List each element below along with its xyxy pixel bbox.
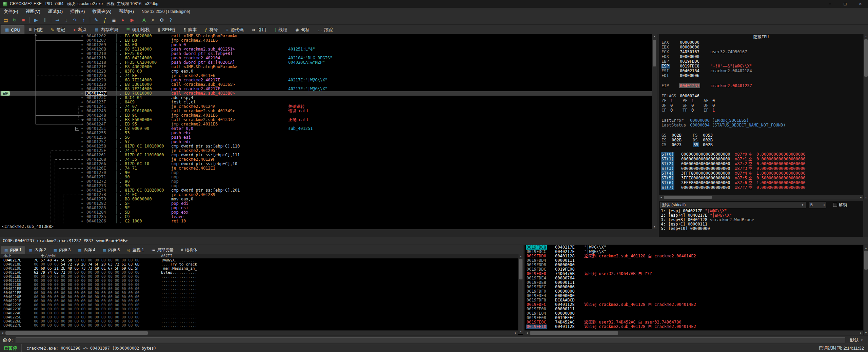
- tab-references[interactable]: ⇒引用: [248, 25, 270, 34]
- register-row-laststatus[interactable]: LastStatusC0000034 (STATUS_OBJECT_NAME_N…: [659, 123, 863, 128]
- step-out-icon[interactable]: ↑: [80, 16, 88, 24]
- lock-checkbox[interactable]: 解锁: [833, 202, 847, 208]
- disassembly-vertical-scrollbar[interactable]: ▲ ▼: [652, 34, 657, 229]
- step-into-icon[interactable]: ↓: [62, 16, 70, 24]
- tab-source[interactable]: ≡源代码: [222, 25, 248, 34]
- stack-row[interactable]: 0019FDD800000000: [525, 263, 863, 267]
- register-row-eflags[interactable]: EFLAGS00000246: [659, 94, 863, 98]
- tab-memory-map[interactable]: ▤内存布局: [91, 25, 122, 34]
- tab-threads[interactable]: ∥线程: [270, 25, 291, 34]
- stack-row[interactable]: 0019FDF000000000: [525, 289, 863, 294]
- argument-count-spinner[interactable]: 5 ▴ ▾: [809, 202, 826, 208]
- fpu-row[interactable]: ST(3)00000000000000000000x87r3空0.0000000…: [659, 166, 863, 171]
- register-row-ebp[interactable]: EBP0019FDDC: [659, 59, 863, 64]
- tab-log[interactable]: ≣日志: [24, 25, 47, 34]
- dump-tab-struct[interactable]: #结构体: [177, 246, 201, 254]
- stack-row[interactable]: 0019FE080019FEEC: [525, 316, 863, 320]
- stack-row[interactable]: 0019FDEC00000066: [525, 285, 863, 289]
- stack-row[interactable]: 0019FDE400080764: [525, 276, 863, 280]
- stack-row[interactable]: 0019FDDC0019FE08: [525, 267, 863, 272]
- scroll-left-icon[interactable]: ◀: [525, 331, 529, 335]
- segment-row[interactable]: GS002BFS0053: [659, 133, 863, 138]
- register-row-edx[interactable]: EDX00000000: [659, 54, 863, 59]
- restart-icon[interactable]: ↻: [11, 16, 19, 24]
- command-profile-select[interactable]: 默认 ▼: [848, 337, 865, 343]
- disasm-row[interactable]: ●00401286|.C2 1000ret 10: [0, 219, 652, 223]
- tab-handles[interactable]: ◉句柄: [291, 25, 314, 34]
- segment-row[interactable]: ES002BDS002B: [659, 138, 863, 142]
- fpu-row[interactable]: ST(0)00000000000000000000x87r0空0.0000000…: [659, 152, 863, 157]
- scroll-down-icon[interactable]: ▼: [652, 224, 657, 229]
- stack-row[interactable]: 0019FDC80040217E"|W@G\\X": [525, 245, 863, 250]
- menu-item-file[interactable]: 文件(F): [0, 8, 22, 15]
- register-row-edi[interactable]: EDI00000006: [659, 73, 863, 78]
- flags-row[interactable]: CF0TF0IF1: [659, 108, 863, 113]
- maximize-button[interactable]: □: [837, 0, 853, 8]
- tab-trace[interactable]: …跟踪: [314, 25, 337, 34]
- dump-horizontal-scrollbar[interactable]: ◀ ▶: [0, 330, 518, 335]
- flags-row[interactable]: OF0SF0DF0: [659, 103, 863, 108]
- fpu-row[interactable]: ST(5)3FFE8000000000000000x87r5空0.5000000…: [659, 176, 863, 180]
- scroll-thumb[interactable]: [5, 331, 148, 335]
- scroll-thumb[interactable]: [864, 39, 868, 77]
- menu-item-debug[interactable]: 调试(D): [44, 8, 66, 15]
- scroll-up-icon[interactable]: ▲: [864, 245, 868, 250]
- scroll-left-icon[interactable]: ◀: [0, 331, 5, 335]
- segment-row[interactable]: CS0023SS002B: [659, 142, 863, 147]
- tab-notes[interactable]: ✎笔记: [47, 25, 69, 34]
- scroll-up-icon[interactable]: ▲: [864, 34, 868, 39]
- argument-row[interactable]: 5: [esp+10] 00000000: [659, 227, 863, 231]
- register-row-esi[interactable]: ESI00402184crackme2.00402184: [659, 69, 863, 73]
- scroll-up-icon[interactable]: ▲: [518, 254, 523, 258]
- tab-script[interactable]: ¶脚本: [180, 25, 201, 34]
- register-row-lasterror[interactable]: LastError00000000 (ERROR_SUCCESS): [659, 118, 863, 123]
- fx-icon[interactable]: ƒ: [101, 16, 109, 24]
- fpu-row[interactable]: ST(2)00000000000000000000x87r2空0.0000000…: [659, 161, 863, 166]
- search-icon[interactable]: ⌕: [149, 16, 157, 24]
- pause-icon[interactable]: ‖: [41, 16, 49, 24]
- registers-horizontal-scrollbar[interactable]: ◀ ▶: [659, 195, 863, 199]
- dump-tab-memory-3[interactable]: ▦内存 3: [50, 246, 74, 254]
- menu-item-favourites[interactable]: 收藏夹(A): [88, 8, 115, 15]
- fpu-row[interactable]: ST(6)3FFF8000000000000000x87r6空1.0000000…: [659, 180, 863, 185]
- step-over-icon[interactable]: ↷: [71, 16, 79, 24]
- registers-vertical-scrollbar[interactable]: ▲ ▼: [863, 34, 868, 199]
- tab-symbols[interactable]: ƒ符号: [201, 25, 222, 34]
- menu-item-plugins[interactable]: 插件(P): [66, 8, 88, 15]
- settings-icon[interactable]: ⚙: [158, 16, 166, 24]
- stack-vertical-scrollbar[interactable]: ▲ ▼: [863, 245, 868, 335]
- dump-row[interactable]: 0040227E00 00 00 00 00 00 00 00 00 00 00…: [0, 324, 523, 328]
- stack-row[interactable]: 0019FE0000000111: [525, 307, 863, 311]
- trace-icon[interactable]: ◉: [127, 16, 136, 24]
- dump-tab-memory-2[interactable]: ▦内存 2: [25, 246, 50, 254]
- register-row-eax[interactable]: EAX00000000: [659, 40, 863, 45]
- analyze-icon[interactable]: A: [140, 16, 148, 24]
- register-row-eip[interactable]: EIP00401237crackme2.00401237: [659, 83, 863, 88]
- fpu-row[interactable]: ST(1)00000000000000000000x87r1空0.0000000…: [659, 157, 863, 161]
- scroll-down-icon[interactable]: ▼: [864, 330, 868, 335]
- hide-fpu-button[interactable]: 隐藏FPU: [659, 34, 863, 40]
- scroll-thumb[interactable]: [664, 196, 712, 199]
- scroll-thumb[interactable]: [653, 40, 656, 66]
- tab-call-stack[interactable]: ☰调用堆栈: [122, 25, 154, 34]
- breakpoint-icon[interactable]: ●: [119, 16, 127, 24]
- tab-cpu[interactable]: ▦CPU: [1, 25, 24, 34]
- patch-icon[interactable]: ✎: [92, 16, 100, 24]
- register-row-ebx[interactable]: EBX00000000: [659, 45, 863, 50]
- scroll-right-icon[interactable]: ▶: [859, 331, 863, 335]
- scroll-left-icon[interactable]: ◀: [659, 195, 664, 199]
- dump-tab-memory-4[interactable]: ▦内存 4: [74, 246, 99, 254]
- minimize-button[interactable]: −: [822, 0, 837, 8]
- menu-item-view[interactable]: 视图(V): [22, 8, 44, 15]
- tab-breakpoints[interactable]: ●断点: [69, 25, 91, 34]
- run-to-user-icon[interactable]: ⇒: [53, 16, 61, 24]
- spinner-down-icon[interactable]: ▾: [824, 205, 825, 207]
- fpu-row[interactable]: ST(7)00000000000000000000x87r7空0.0000000…: [659, 185, 863, 190]
- comment-icon[interactable]: ≣: [110, 16, 118, 24]
- scroll-right-icon[interactable]: ▶: [513, 331, 518, 335]
- dump-tab-watch-1[interactable]: ◎监视 1: [123, 246, 148, 254]
- run-icon[interactable]: ▶: [32, 16, 40, 24]
- calling-convention-select[interactable]: 默认 (stdcall) ▼: [660, 202, 806, 208]
- stack-row[interactable]: 0019FE0400000000: [525, 311, 863, 316]
- stop-icon[interactable]: ■: [19, 16, 27, 24]
